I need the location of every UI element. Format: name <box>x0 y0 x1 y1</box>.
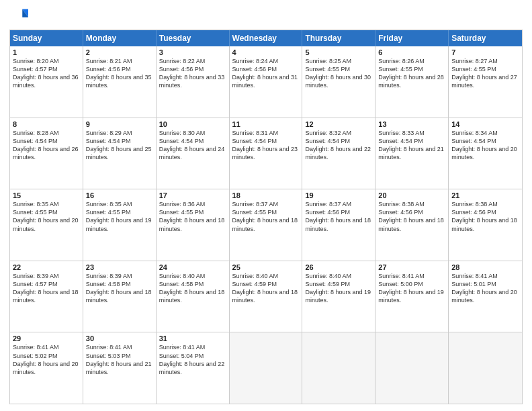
calendar-cell-11: 11Sunrise: 8:31 AMSunset: 4:54 PMDayligh… <box>230 118 303 189</box>
calendar-cell-2: 2Sunrise: 8:21 AMSunset: 4:56 PMDaylight… <box>83 46 157 118</box>
day-number: 31 <box>159 334 226 342</box>
calendar-cell-22: 22Sunrise: 8:39 AMSunset: 4:57 PMDayligh… <box>10 261 83 332</box>
calendar-cell-4: 4Sunrise: 8:24 AMSunset: 4:56 PMDaylight… <box>230 46 303 118</box>
cell-info: Sunrise: 8:22 AMSunset: 4:56 PMDaylight:… <box>159 57 226 90</box>
day-number: 24 <box>159 263 226 271</box>
day-number: 14 <box>451 120 519 128</box>
cell-info: Sunrise: 8:41 AMSunset: 5:03 PMDaylight:… <box>86 343 153 376</box>
cell-info: Sunrise: 8:41 AMSunset: 5:04 PMDaylight:… <box>159 343 226 376</box>
calendar-cell-28: 28Sunrise: 8:41 AMSunset: 5:01 PMDayligh… <box>449 261 522 332</box>
cell-info: Sunrise: 8:28 AMSunset: 4:54 PMDaylight:… <box>13 129 80 162</box>
calendar-cell-27: 27Sunrise: 8:41 AMSunset: 5:00 PMDayligh… <box>375 261 449 332</box>
day-number: 12 <box>305 120 372 128</box>
calendar-cell-20: 20Sunrise: 8:38 AMSunset: 4:56 PMDayligh… <box>375 189 449 261</box>
day-number: 8 <box>13 120 80 128</box>
day-number: 18 <box>232 191 300 199</box>
day-number: 5 <box>305 48 372 56</box>
calendar-cell-1: 1Sunrise: 8:20 AMSunset: 4:57 PMDaylight… <box>10 46 83 118</box>
cell-info: Sunrise: 8:20 AMSunset: 4:57 PMDaylight:… <box>13 57 80 90</box>
cell-info: Sunrise: 8:37 AMSunset: 4:56 PMDaylight:… <box>305 200 372 233</box>
day-number: 15 <box>13 191 80 199</box>
day-number: 2 <box>86 48 153 56</box>
header-day-sunday: Sunday <box>10 30 83 46</box>
calendar-cell-empty <box>302 332 375 404</box>
calendar-row-5: 29Sunrise: 8:41 AMSunset: 5:02 PMDayligh… <box>10 332 522 404</box>
cell-info: Sunrise: 8:25 AMSunset: 4:55 PMDaylight:… <box>305 57 372 90</box>
header-day-tuesday: Tuesday <box>157 30 230 46</box>
calendar-cell-12: 12Sunrise: 8:32 AMSunset: 4:54 PMDayligh… <box>302 118 375 189</box>
calendar-cell-19: 19Sunrise: 8:37 AMSunset: 4:56 PMDayligh… <box>302 189 375 261</box>
calendar-cell-3: 3Sunrise: 8:22 AMSunset: 4:56 PMDaylight… <box>157 46 230 118</box>
calendar-row-1: 1Sunrise: 8:20 AMSunset: 4:57 PMDaylight… <box>10 46 522 118</box>
day-number: 1 <box>13 48 80 56</box>
calendar-cell-25: 25Sunrise: 8:40 AMSunset: 4:59 PMDayligh… <box>230 261 303 332</box>
day-number: 9 <box>86 120 153 128</box>
cell-info: Sunrise: 8:38 AMSunset: 4:56 PMDaylight:… <box>378 200 445 233</box>
day-number: 27 <box>378 263 445 271</box>
header-day-saturday: Saturday <box>449 30 522 46</box>
calendar-cell-16: 16Sunrise: 8:35 AMSunset: 4:55 PMDayligh… <box>83 189 157 261</box>
calendar-row-3: 15Sunrise: 8:35 AMSunset: 4:55 PMDayligh… <box>10 189 522 261</box>
cell-info: Sunrise: 8:41 AMSunset: 5:00 PMDaylight:… <box>378 272 445 305</box>
cell-info: Sunrise: 8:41 AMSunset: 5:01 PMDaylight:… <box>451 272 519 305</box>
header-day-thursday: Thursday <box>302 30 375 46</box>
calendar-cell-14: 14Sunrise: 8:34 AMSunset: 4:54 PMDayligh… <box>449 118 522 189</box>
day-number: 11 <box>232 120 300 128</box>
cell-info: Sunrise: 8:40 AMSunset: 4:59 PMDaylight:… <box>305 272 372 305</box>
cell-info: Sunrise: 8:40 AMSunset: 4:58 PMDaylight:… <box>159 272 226 305</box>
calendar-cell-23: 23Sunrise: 8:39 AMSunset: 4:58 PMDayligh… <box>83 261 157 332</box>
cell-info: Sunrise: 8:29 AMSunset: 4:54 PMDaylight:… <box>86 129 153 162</box>
calendar-cell-7: 7Sunrise: 8:27 AMSunset: 4:55 PMDaylight… <box>449 46 522 118</box>
day-number: 4 <box>232 48 300 56</box>
calendar-cell-empty <box>449 332 522 404</box>
calendar-cell-empty <box>230 332 303 404</box>
calendar-row-2: 8Sunrise: 8:28 AMSunset: 4:54 PMDaylight… <box>10 118 522 189</box>
calendar-row-4: 22Sunrise: 8:39 AMSunset: 4:57 PMDayligh… <box>10 261 522 332</box>
header-day-friday: Friday <box>375 30 449 46</box>
cell-info: Sunrise: 8:35 AMSunset: 4:55 PMDaylight:… <box>86 200 153 233</box>
day-number: 28 <box>451 263 519 271</box>
day-number: 29 <box>13 334 80 342</box>
cell-info: Sunrise: 8:26 AMSunset: 4:55 PMDaylight:… <box>378 57 445 90</box>
calendar-cell-21: 21Sunrise: 8:38 AMSunset: 4:56 PMDayligh… <box>449 189 522 261</box>
day-number: 10 <box>159 120 226 128</box>
cell-info: Sunrise: 8:38 AMSunset: 4:56 PMDaylight:… <box>451 200 519 233</box>
cell-info: Sunrise: 8:27 AMSunset: 4:55 PMDaylight:… <box>451 57 519 90</box>
calendar-cell-30: 30Sunrise: 8:41 AMSunset: 5:03 PMDayligh… <box>83 332 157 404</box>
cell-info: Sunrise: 8:34 AMSunset: 4:54 PMDaylight:… <box>451 129 519 162</box>
calendar-cell-15: 15Sunrise: 8:35 AMSunset: 4:55 PMDayligh… <box>10 189 83 261</box>
calendar-cell-empty <box>375 332 449 404</box>
cell-info: Sunrise: 8:24 AMSunset: 4:56 PMDaylight:… <box>232 57 300 90</box>
day-number: 20 <box>378 191 445 199</box>
day-number: 17 <box>159 191 226 199</box>
cell-info: Sunrise: 8:40 AMSunset: 4:59 PMDaylight:… <box>232 272 300 305</box>
day-number: 19 <box>305 191 372 199</box>
cell-info: Sunrise: 8:36 AMSunset: 4:55 PMDaylight:… <box>159 200 226 233</box>
calendar-cell-18: 18Sunrise: 8:37 AMSunset: 4:55 PMDayligh… <box>230 189 303 261</box>
day-number: 13 <box>378 120 445 128</box>
calendar-cell-5: 5Sunrise: 8:25 AMSunset: 4:55 PMDaylight… <box>302 46 375 118</box>
calendar-cell-31: 31Sunrise: 8:41 AMSunset: 5:04 PMDayligh… <box>157 332 230 404</box>
calendar-cell-17: 17Sunrise: 8:36 AMSunset: 4:55 PMDayligh… <box>157 189 230 261</box>
cell-info: Sunrise: 8:31 AMSunset: 4:54 PMDaylight:… <box>232 129 300 162</box>
cell-info: Sunrise: 8:33 AMSunset: 4:54 PMDaylight:… <box>378 129 445 162</box>
header <box>9 7 523 26</box>
calendar-cell-8: 8Sunrise: 8:28 AMSunset: 4:54 PMDaylight… <box>10 118 83 189</box>
day-number: 7 <box>451 48 519 56</box>
calendar: SundayMondayTuesdayWednesdayThursdayFrid… <box>9 30 523 404</box>
calendar-cell-9: 9Sunrise: 8:29 AMSunset: 4:54 PMDaylight… <box>83 118 157 189</box>
day-number: 30 <box>86 334 153 342</box>
calendar-cell-10: 10Sunrise: 8:30 AMSunset: 4:54 PMDayligh… <box>157 118 230 189</box>
calendar-cell-26: 26Sunrise: 8:40 AMSunset: 4:59 PMDayligh… <box>302 261 375 332</box>
day-number: 3 <box>159 48 226 56</box>
calendar-cell-24: 24Sunrise: 8:40 AMSunset: 4:58 PMDayligh… <box>157 261 230 332</box>
cell-info: Sunrise: 8:30 AMSunset: 4:54 PMDaylight:… <box>159 129 226 162</box>
cell-info: Sunrise: 8:21 AMSunset: 4:56 PMDaylight:… <box>86 57 153 90</box>
calendar-cell-13: 13Sunrise: 8:33 AMSunset: 4:54 PMDayligh… <box>375 118 449 189</box>
page: SundayMondayTuesdayWednesdayThursdayFrid… <box>0 0 532 411</box>
calendar-header: SundayMondayTuesdayWednesdayThursdayFrid… <box>10 30 522 46</box>
logo-icon <box>9 7 28 26</box>
day-number: 26 <box>305 263 372 271</box>
logo <box>9 7 31 26</box>
cell-info: Sunrise: 8:35 AMSunset: 4:55 PMDaylight:… <box>13 200 80 233</box>
